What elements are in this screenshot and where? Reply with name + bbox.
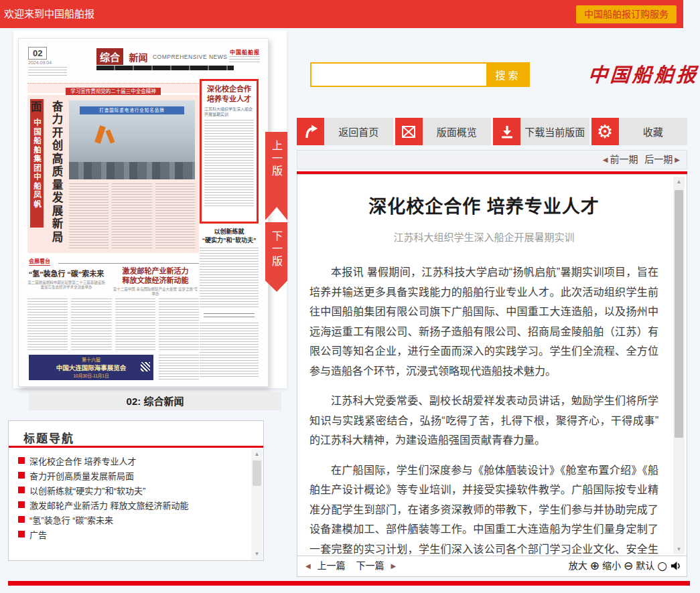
paper-body-columns [69, 183, 195, 249]
red-square-bullet [18, 516, 25, 523]
nav-list: 深化校企合作 培养专业人才 奋力开创高质量发展新局面 以创新练就“硬实力”和“软… [18, 453, 243, 541]
prev-triangle-icon: ◀ [603, 156, 608, 163]
article-paragraph: 在广船国际，学生们深度参与《舱体舾装设计》《舱室布置介绍》《船舶生产设计概论》等… [309, 460, 658, 556]
paper-mini-logo: 中国船舶报 [230, 48, 260, 56]
nav-item-6[interactable]: 广告 [18, 527, 243, 541]
article-subtitle: 江苏科大组织学生深入船企开展暑期实训 [309, 230, 658, 244]
newspaper-page-thumbnail[interactable]: 02 2024.09.04 综合 新闻 COMPREHENSIVE NEWS 中… [18, 38, 269, 387]
paper-expo-section: 会展看台 “氢”装急行 “碳”索未来 第二届航运燃料中期论坛暨第二十三届基础设施… [27, 257, 199, 380]
robot-arm-shape [106, 129, 115, 143]
nav-box-title: 标题导航 [23, 429, 74, 446]
scroll-up-icon[interactable]: ▲ [251, 451, 263, 457]
paper-page-number: 02 [28, 47, 47, 60]
nav-item-5[interactable]: “氢”装急行 “碳”索未来 [18, 512, 243, 527]
highlight-subtitle: 江苏科大组织学生深入船企开展暑期实训 [204, 106, 254, 117]
text-lines [28, 67, 67, 78]
subscribe-button[interactable]: 中国船舶报订购服务 [576, 5, 677, 23]
expo-ad-box[interactable]: 第十六届 中国大连国际海事展览会 10月30日-11月1日 [29, 355, 153, 380]
scrollbar-thumb[interactable] [253, 460, 261, 486]
next-article-link[interactable]: 下一篇 [356, 560, 384, 571]
article-footer-bar: ◀ 上一篇 下一篇 ▶ 放大 ⊕ 缩小 ⊖ 默认 ○ [297, 556, 687, 576]
zoom-in-label[interactable]: 放大 [569, 556, 587, 576]
next-triangle-icon: ▶ [675, 156, 680, 163]
highlighted-article-box[interactable]: 深化校企合作 培养专业人才 江苏科大组织学生深入船企开展暑期实训 [200, 79, 259, 224]
speaker-icon[interactable] [670, 560, 681, 572]
paper-body-columns [27, 299, 199, 351]
photo-banner-text: 打造国际重电池行业知名品牌 [80, 106, 184, 114]
zoom-in-icon[interactable]: ⊕ [590, 556, 600, 576]
newspaper-panel: 02 2024.09.04 综合 新闻 COMPREHENSIVE NEWS 中… [13, 30, 287, 388]
layout-grid-icon [395, 118, 423, 145]
text-lines [159, 355, 199, 380]
text-lines [69, 183, 109, 249]
text-lines [229, 56, 260, 63]
text-lines [200, 323, 259, 379]
red-square-bullet [18, 457, 25, 464]
scroll-down-icon[interactable]: ▼ [673, 546, 685, 552]
top-bar: 欢迎来到中国船舶报 中国船舶报订购服务 [0, 0, 683, 28]
paper-header: 02 2024.09.04 综合 新闻 COMPREHENSIVE NEWS 中… [27, 47, 260, 82]
divider [58, 263, 199, 264]
next-page-tab[interactable]: 下一版 [265, 222, 287, 292]
zoom-out-icon[interactable]: ⊖ [624, 556, 633, 576]
nav-scrollbar[interactable]: ▲ ▼ [251, 448, 263, 560]
paper-date: 2024.09.04 [28, 60, 52, 65]
nav-item-2[interactable]: 奋力开创高质量发展新局面 [18, 468, 243, 483]
download-page-button[interactable]: 下载当前版面 [493, 118, 589, 145]
nav-item-4[interactable]: 激发邮轮产业新活力 释放文旅经济新动能 [18, 497, 243, 512]
paper-masthead-vertical: 中国船舶集团中船凤帆 [30, 99, 44, 228]
paper-theme-banner: 学习宣传贯彻党的二十届三中全会精神 [27, 83, 199, 93]
search-input[interactable] [310, 62, 494, 87]
brand-logo: 中国船舶报 [587, 59, 689, 90]
scrollbar-thumb[interactable] [675, 190, 683, 438]
machinery-shape [69, 162, 195, 179]
previous-article-link[interactable]: 上一篇 [318, 560, 346, 571]
robot-arm-shape [94, 125, 106, 144]
text-lines [71, 299, 111, 351]
paper-main-article: 中国船舶集团中船凤帆 奋力开创高质量发展新局面 打造国际重电池行业知名品牌 [27, 95, 199, 253]
page-overview-button[interactable]: 版面概览 [395, 118, 492, 145]
text-lines [112, 183, 151, 249]
download-icon [493, 118, 520, 145]
text-lines [27, 299, 68, 351]
paper-photo: 打造国际重电池行业知名品牌 [69, 100, 195, 179]
text-lines [115, 299, 155, 351]
expo-article-1[interactable]: “氢”装急行 “碳”索未来 第二届航运燃料中期论坛暨第二十三届基础设施发展与生态… [27, 268, 105, 290]
nav-item-3[interactable]: 以创新练就“硬实力”和“软功夫” [18, 483, 243, 497]
article-content: 深化校企合作 培养专业人才 江苏科大组织学生深入船企开展暑期实训 本报讯 暑假期… [309, 175, 658, 556]
text-lines [159, 299, 199, 351]
paper-headline-vertical: 奋力开创高质量发展新局面 [46, 100, 67, 249]
article-panel: 深化校企合作 培养专业人才 江苏科大组织学生深入船企开展暑期实训 本报讯 暑假期… [297, 174, 687, 577]
home-button[interactable]: 返回首页 [297, 118, 393, 145]
title-navigation-box: 标题导航 深化校企合作 培养专业人才 奋力开创高质量发展新局面 以创新练就“硬实… [8, 420, 264, 561]
next-issue-link[interactable]: 后一期 [644, 154, 673, 165]
article-scrollbar[interactable]: ▲ ▼ [673, 177, 685, 554]
text-lines [200, 248, 259, 309]
previous-issue-link[interactable]: 前一期 [610, 154, 638, 165]
expo-article-2[interactable]: 激发邮轮产业新活力 释放文旅经济新动能 第十二届中国·青岛国际邮轮产业大会暨“蓝… [112, 266, 199, 296]
text-lines [204, 120, 254, 207]
section-box: 综合 [96, 48, 123, 65]
gear-icon: ⚙ [591, 118, 619, 145]
zoom-default-icon[interactable]: ○ [657, 556, 667, 576]
scroll-down-icon[interactable]: ▼ [251, 551, 263, 557]
back-arrow-icon [297, 118, 324, 145]
paper-article2-title[interactable]: 以创新练就 “硬实力”和“软功夫” [200, 228, 259, 245]
previous-page-tab[interactable]: 上一版 [265, 132, 287, 220]
text-lines [204, 313, 255, 319]
search-button[interactable]: 搜索 [486, 62, 530, 87]
red-square-bullet [18, 531, 25, 537]
red-square-bullet [18, 487, 25, 493]
scroll-up-icon[interactable]: ▲ [673, 179, 685, 185]
article-paragraph: 江苏科大党委常委、副校长胡爱祥发表动员讲话，勉励学生们将所学知识与实践紧密结合，… [309, 391, 658, 450]
zoom-default-label[interactable]: 默认 [636, 556, 654, 576]
nav-item-1[interactable]: 深化校企合作 培养专业人才 [18, 453, 243, 468]
favorite-button[interactable]: ⚙ 收藏 [591, 118, 688, 145]
welcome-text: 欢迎来到中国船舶报 [4, 0, 94, 28]
zoom-out-label[interactable]: 缩小 [602, 556, 621, 576]
text-lines [155, 183, 195, 249]
next-triangle-icon: ▶ [391, 562, 396, 570]
toolbar: 返回首页 版面概览 下载当前版面 ⚙ 收藏 [297, 118, 687, 145]
article-body: 本报讯 暑假期间，江苏科技大学启动“扬帆启航”暑期实训项目，旨在培养并输送更多具… [309, 262, 658, 556]
qr-code [141, 362, 150, 371]
